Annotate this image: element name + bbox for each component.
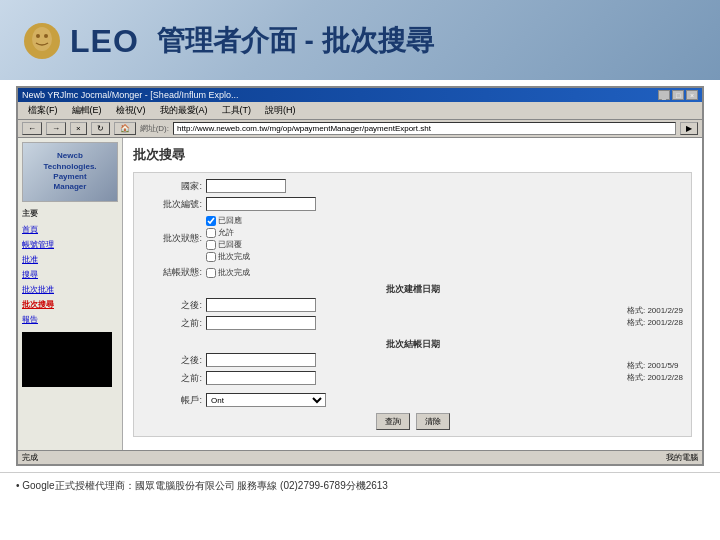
batch-status-row: 批次狀態: 已回應 允許 (142, 215, 683, 262)
menu-tools[interactable]: 工具(T) (216, 103, 258, 118)
sidebar-item-search[interactable]: 搜尋 (22, 268, 118, 281)
batch-create-date-inputs: 之後: 之前: (142, 298, 619, 334)
browser-statusbar: 完成 我的電腦 (18, 450, 702, 464)
sidebar-item-report[interactable]: 報告 (22, 313, 118, 326)
maximize-button[interactable]: □ (672, 90, 684, 100)
go-button[interactable]: ▶ (680, 122, 698, 135)
browser-body: Newcb Technologies. Payment Manager 主要 首… (18, 138, 702, 450)
sidebar-image-placeholder (22, 332, 112, 387)
checkout-status-label: 結帳狀態: (142, 266, 202, 279)
forward-button[interactable]: → (46, 122, 66, 135)
svg-point-3 (44, 34, 48, 38)
country-input[interactable] (206, 179, 286, 193)
create-date-to-row: 之前: (142, 316, 619, 330)
checkout-date-from-row: 之後: (142, 353, 619, 367)
account-select[interactable]: Ont (206, 393, 326, 407)
status-left: 完成 (22, 452, 38, 463)
create-date-to-input[interactable] (206, 316, 316, 330)
batch-status-label: 批次狀態: (142, 232, 202, 245)
status-complete: 批次完成 (206, 251, 250, 262)
menu-file[interactable]: 檔案(F) (22, 103, 64, 118)
status-replied-checkbox[interactable] (206, 240, 216, 250)
status-replied-label: 已回覆 (218, 239, 242, 250)
create-date-to-hint: 格式: 2001/2/28 (627, 317, 683, 328)
sidebar-item-approve[interactable]: 批准 (22, 253, 118, 266)
address-label: 網址(D): (140, 123, 169, 134)
status-complete-label: 批次完成 (218, 251, 250, 262)
search-button[interactable]: 查詢 (376, 413, 410, 430)
create-date-from-input[interactable] (206, 298, 316, 312)
create-date-to-label: 之前: (142, 317, 202, 330)
browser-title-text: Newb YRJlmc Jocmal/Monger - [Shead/Influ… (22, 90, 238, 100)
menu-view[interactable]: 檢視(V) (110, 103, 152, 118)
checkout-date-from-input[interactable] (206, 353, 316, 367)
checkout-date-from-hint: 格式: 2001/5/9 (627, 360, 683, 371)
batch-number-row: 批次編號: (142, 197, 683, 211)
clear-button[interactable]: 清除 (416, 413, 450, 430)
footer: • Google正式授權代理商：國眾電腦股份有限公司 服務專線 (02)2799… (0, 472, 720, 499)
sidebar-logo-line3: Payment (43, 172, 96, 182)
checkout-complete-checkbox[interactable] (206, 268, 216, 278)
account-row: 帳戶: Ont (142, 393, 683, 407)
footer-text: • Google正式授權代理商：國眾電腦股份有限公司 服務專線 (02)2799… (16, 480, 388, 491)
checkout-date-to-label: 之前: (142, 372, 202, 385)
page-header-title: 管理者介面 - 批次搜尋 (157, 22, 434, 60)
sidebar-logo-line4: Manager (43, 182, 96, 192)
submit-row: 查詢 清除 (142, 413, 683, 430)
batch-checkout-date-section: 之後: 之前: 格式: 2001/5/9 格式: 2001/2/28 (142, 353, 683, 389)
checkout-complete-label: 批次完成 (218, 267, 250, 278)
browser-titlebar: Newb YRJlmc Jocmal/Monger - [Shead/Influ… (18, 88, 702, 102)
batch-create-date-header: 批次建檔日期 (142, 283, 683, 296)
sidebar-item-account[interactable]: 帳號管理 (22, 238, 118, 251)
batch-number-label: 批次編號: (142, 198, 202, 211)
sidebar-item-batch-search[interactable]: 批次搜尋 (22, 298, 118, 311)
search-form: 國家: 批次編號: 批次狀態: 已回應 (133, 172, 692, 437)
menu-favorites[interactable]: 我的最愛(A) (154, 103, 214, 118)
logo-text: LEO (70, 23, 139, 60)
sidebar-logo: Newcb Technologies. Payment Manager (22, 142, 118, 202)
home-button[interactable]: 🏠 (114, 122, 136, 135)
sidebar-menu-label: 主要 (22, 208, 118, 219)
checkout-date-to-input[interactable] (206, 371, 316, 385)
close-button[interactable]: × (686, 90, 698, 100)
sidebar-logo-line1: Newcb (43, 151, 96, 161)
account-label: 帳戶: (142, 394, 202, 407)
refresh-button[interactable]: ↻ (91, 122, 110, 135)
checkout-date-to-hint: 格式: 2001/2/28 (627, 372, 683, 383)
sidebar-item-batch-approve[interactable]: 批次批准 (22, 283, 118, 296)
menu-edit[interactable]: 編輯(E) (66, 103, 108, 118)
titlebar-controls: _ □ × (658, 90, 698, 100)
status-responded-checkbox[interactable] (206, 216, 216, 226)
status-responded: 已回應 (206, 215, 250, 226)
checkout-date-to-row: 之前: (142, 371, 619, 385)
batch-number-input[interactable] (206, 197, 316, 211)
svg-point-1 (32, 27, 52, 51)
status-right: 我的電腦 (666, 452, 698, 463)
status-allowed-checkbox[interactable] (206, 228, 216, 238)
sidebar-item-home[interactable]: 首頁 (22, 223, 118, 236)
create-date-from-hint: 格式: 2001/2/29 (627, 305, 683, 316)
content-page-title: 批次搜尋 (133, 146, 692, 164)
header: LEO 管理者介面 - 批次搜尋 (0, 0, 720, 80)
status-allowed-label: 允許 (218, 227, 234, 238)
browser-main-content: 批次搜尋 國家: 批次編號: 批次狀態: (123, 138, 702, 450)
checkout-status-row: 結帳狀態: 批次完成 (142, 266, 683, 279)
main-content: Newb YRJlmc Jocmal/Monger - [Shead/Influ… (0, 80, 720, 472)
status-complete-checkbox[interactable] (206, 252, 216, 262)
checkout-complete: 批次完成 (206, 267, 250, 278)
browser-menubar: 檔案(F) 編輯(E) 檢視(V) 我的最愛(A) 工具(T) 說明(H) (18, 102, 702, 120)
logo-area: LEO (20, 19, 139, 63)
status-allowed: 允許 (206, 227, 250, 238)
batch-create-date-section: 之後: 之前: 格式: 2001/2/29 格式: 2001/2/28 (142, 298, 683, 334)
sidebar-logo-line2: Technologies. (43, 162, 96, 172)
country-label: 國家: (142, 180, 202, 193)
stop-button[interactable]: × (70, 122, 87, 135)
browser-window: Newb YRJlmc Jocmal/Monger - [Shead/Influ… (16, 86, 704, 466)
menu-help[interactable]: 說明(H) (259, 103, 302, 118)
minimize-button[interactable]: _ (658, 90, 670, 100)
back-button[interactable]: ← (22, 122, 42, 135)
batch-checkout-date-inputs: 之後: 之前: (142, 353, 619, 389)
address-bar[interactable] (173, 122, 676, 135)
status-responded-label: 已回應 (218, 215, 242, 226)
status-replied: 已回覆 (206, 239, 250, 250)
